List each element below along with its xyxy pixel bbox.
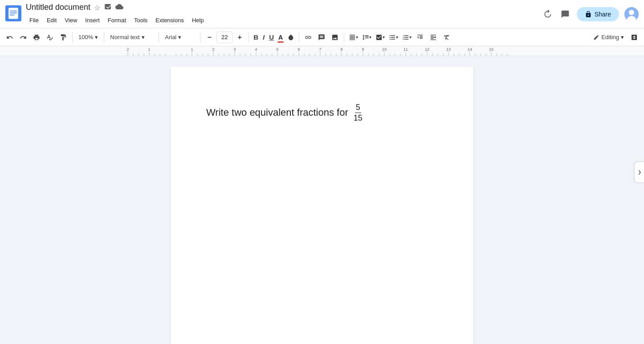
- font-size-increase-button[interactable]: +: [233, 31, 246, 44]
- cloud-save-icon: [115, 3, 123, 12]
- fraction-numerator: 5: [355, 102, 361, 113]
- editing-dropdown-icon: ▾: [621, 34, 624, 40]
- menu-extensions[interactable]: Extensions: [152, 15, 187, 25]
- document-content[interactable]: Write two equivalent fractions for 5 15: [206, 102, 438, 124]
- menu-edit[interactable]: Edit: [43, 15, 60, 25]
- link-button[interactable]: [302, 31, 314, 44]
- menu-file[interactable]: File: [26, 15, 42, 25]
- print-button[interactable]: [30, 31, 43, 44]
- zoom-label: 100%: [78, 34, 93, 40]
- italic-button[interactable]: I: [261, 31, 266, 44]
- font-dropdown-icon: ▾: [178, 34, 181, 40]
- spellcheck-button[interactable]: [44, 31, 56, 44]
- svg-rect-4: [10, 14, 15, 15]
- expand-button[interactable]: [628, 31, 640, 44]
- insert-image-button[interactable]: [329, 31, 341, 44]
- add-comment-button[interactable]: [315, 31, 328, 44]
- ruler-canvas: [0, 46, 644, 56]
- comments-button[interactable]: [559, 8, 571, 20]
- star-icon[interactable]: ☆: [94, 4, 100, 12]
- divider-4: [200, 32, 200, 43]
- menu-view[interactable]: View: [61, 15, 81, 25]
- font-select[interactable]: Arial ▾: [162, 31, 197, 44]
- font-size-input[interactable]: [216, 32, 232, 43]
- divider-7: [344, 32, 344, 43]
- menu-tools[interactable]: Tools: [130, 15, 151, 25]
- undo-button[interactable]: [4, 31, 16, 44]
- zoom-select[interactable]: 100% ▾: [75, 31, 101, 44]
- right-controls: Share: [541, 7, 639, 21]
- clear-formatting-button[interactable]: [440, 31, 453, 44]
- svg-rect-3: [10, 12, 17, 13]
- menu-help[interactable]: Help: [188, 15, 208, 25]
- history-button[interactable]: [541, 8, 554, 20]
- style-dropdown-icon: ▾: [142, 34, 145, 40]
- decrease-indent-button[interactable]: [414, 31, 426, 44]
- divider-5: [249, 32, 249, 43]
- align-button[interactable]: ▾: [347, 31, 359, 44]
- fraction-denominator: 15: [353, 113, 363, 123]
- svg-point-6: [629, 10, 634, 15]
- bullet-list-button[interactable]: ▾: [387, 31, 399, 44]
- title-top-row: Untitled document ☆: [26, 3, 537, 12]
- style-select[interactable]: Normal text ▾: [107, 31, 156, 44]
- title-menu-column: Untitled document ☆ File Edit View Inser…: [26, 3, 537, 25]
- ruler: [0, 46, 644, 56]
- bold-button[interactable]: B: [252, 31, 260, 44]
- font-size-decrease-button[interactable]: −: [203, 31, 216, 44]
- svg-rect-2: [10, 10, 17, 11]
- fraction: 5 15: [353, 102, 363, 124]
- redo-button[interactable]: [17, 31, 29, 44]
- text-color-button[interactable]: A: [277, 31, 285, 44]
- highlight-button[interactable]: [285, 31, 296, 44]
- content-area[interactable]: Write two equivalent fractions for 5 15: [0, 56, 644, 344]
- style-label: Normal text: [110, 34, 139, 40]
- divider-3: [159, 32, 159, 43]
- numbered-list-button[interactable]: ▾: [400, 31, 413, 44]
- share-label: Share: [595, 11, 611, 18]
- checklist-button[interactable]: ▾: [374, 31, 386, 44]
- toolbar: 100% ▾ Normal text ▾ Arial ▾ − + B I U A: [0, 28, 644, 46]
- user-avatar[interactable]: [624, 7, 639, 21]
- editing-pencil-icon: [593, 34, 599, 40]
- line-spacing-button[interactable]: ▾: [360, 31, 373, 44]
- right-panel-chevron-icon: ❯: [638, 170, 641, 174]
- divider-6: [299, 32, 299, 43]
- font-label: Arial: [165, 34, 176, 40]
- title-bar: Untitled document ☆ File Edit View Inser…: [0, 0, 644, 28]
- doc-text: Write two equivalent fractions for: [206, 107, 348, 118]
- editing-label: Editing: [601, 34, 619, 40]
- editing-mode-select[interactable]: Editing ▾: [590, 31, 627, 44]
- divider-2: [104, 32, 104, 43]
- increase-indent-button[interactable]: [427, 31, 440, 44]
- right-panel-toggle[interactable]: ❯: [634, 162, 644, 183]
- share-button[interactable]: Share: [577, 7, 619, 21]
- underline-button[interactable]: U: [267, 31, 276, 44]
- menu-bar: File Edit View Insert Format Tools Exten…: [26, 15, 537, 25]
- menu-insert[interactable]: Insert: [82, 15, 103, 25]
- doc-icon: [5, 5, 21, 23]
- divider-1: [72, 32, 73, 43]
- zoom-dropdown-icon: ▾: [95, 34, 98, 40]
- document-page: Write two equivalent fractions for 5 15: [171, 67, 473, 344]
- save-to-drive-icon[interactable]: [104, 3, 112, 12]
- menu-format[interactable]: Format: [104, 15, 130, 25]
- paint-format-button[interactable]: [57, 31, 69, 44]
- doc-title[interactable]: Untitled document: [26, 3, 90, 12]
- font-size-controls: − +: [203, 31, 246, 44]
